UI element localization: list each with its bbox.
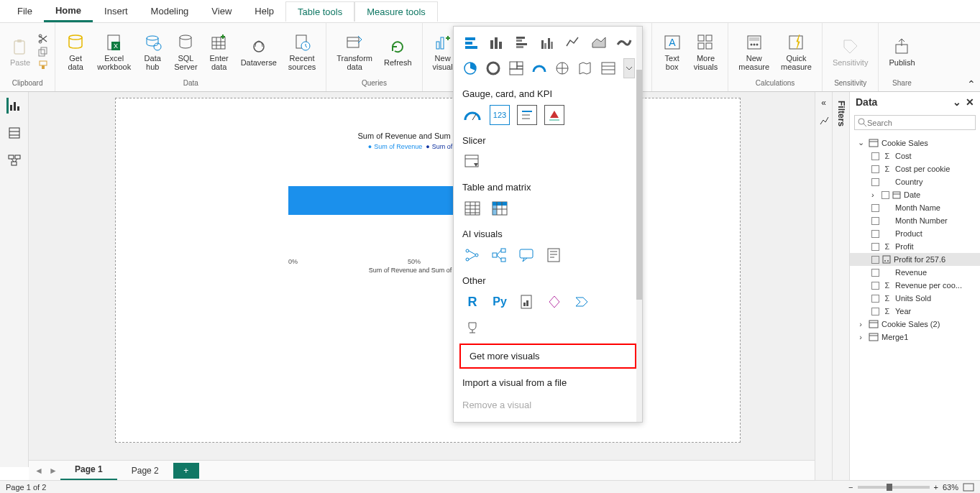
report-canvas[interactable]: Sum of Revenue and Sum of Cost Sum of Re… [29,92,815,467]
power-apps-icon[interactable] [544,292,564,312]
more-visuals-button[interactable]: More visuals [690,31,723,73]
filled-map-icon[interactable] [577,58,593,78]
copy-icon[interactable] [37,47,49,57]
field-country[interactable]: Country [850,175,980,188]
cut-icon[interactable] [37,34,49,44]
area-chart-icon[interactable] [590,32,608,52]
treemap-icon[interactable] [508,58,524,78]
tab-nav-next[interactable]: ► [46,466,60,476]
sensitivity-button[interactable]: Sensitivity [828,35,873,68]
fit-to-page-icon[interactable] [963,483,974,492]
card-icon[interactable]: 123 [490,105,510,125]
matrix-visual-icon[interactable] [490,198,510,218]
get-more-visuals-link[interactable]: Get more visuals [459,344,636,369]
data-pane-chevron-icon[interactable]: ⌄ [953,96,961,108]
tab-nav-prev[interactable]: ◄ [32,466,46,476]
field-cost[interactable]: ΣCost [850,149,980,162]
report-page[interactable]: Sum of Revenue and Sum of Cost Sum of Re… [115,98,741,443]
line-chart-icon[interactable] [564,32,582,52]
tab-modeling[interactable]: Modeling [139,1,201,21]
field-revenue[interactable]: Revenue [850,266,980,279]
python-visual-icon[interactable]: Py [490,292,510,312]
kpi-icon[interactable] [544,105,564,125]
table-cookie-sales-2[interactable]: ›Cookie Sales (2) [850,318,980,331]
get-data-button[interactable]: Get data [61,31,90,73]
tab-help[interactable]: Help [243,1,285,21]
tab-measure-tools[interactable]: Measure tools [354,1,438,22]
build-visual-icon[interactable] [818,115,830,126]
sql-button[interactable]: SQL Server [170,31,201,73]
model-view-icon[interactable] [6,152,22,168]
tab-insert[interactable]: Insert [93,1,139,21]
key-influencers-icon[interactable] [462,245,482,265]
zoom-in-icon[interactable]: + [934,483,938,492]
table-visual-icon[interactable] [462,198,482,218]
clustered-column-icon[interactable] [539,32,557,52]
paginated-report-icon[interactable] [517,292,537,312]
slicer-icon[interactable] [462,152,482,172]
gauge-icon[interactable] [462,105,482,125]
excel-button[interactable]: XExcel workbook [93,31,135,73]
ribbon-chart-icon[interactable] [615,32,633,52]
field-month-name[interactable]: Month Name [850,201,980,214]
new-measure-button[interactable]: New measure [734,31,774,73]
table-cookie-sales[interactable]: ⌄Cookie Sales [850,136,980,149]
import-visual-link[interactable]: Import a visual from a file [454,372,642,394]
gauge-chart-icon[interactable] [531,58,547,78]
multi-row-card-icon[interactable] [517,105,537,125]
field-date[interactable]: ›Date [850,188,980,201]
refresh-button[interactable]: Refresh [380,35,416,68]
zoom-out-icon[interactable]: − [848,483,853,492]
zoom-slider[interactable] [858,486,930,489]
visualizations-pane-collapsed[interactable]: « [815,92,832,480]
field-rev-per-cookie[interactable]: ΣRevenue per coo... [850,279,980,292]
qa-visual-icon[interactable] [517,245,537,265]
table-merge1[interactable]: ›Merge1 [850,331,980,344]
page-tab-2[interactable]: Page 2 [117,461,173,480]
enter-data-button[interactable]: Enter data [205,31,234,73]
gallery-scrollbar[interactable] [636,27,642,422]
transform-data-button[interactable]: Transform data [332,31,377,73]
field-search[interactable] [854,115,976,130]
quick-measure-button[interactable]: Quick measure [777,31,816,73]
gallery-expand-icon[interactable] [623,58,635,78]
dataverse-button[interactable]: Dataverse [237,35,281,68]
field-year[interactable]: ΣYear [850,305,980,318]
data-view-icon[interactable] [6,125,22,141]
format-painter-icon[interactable] [37,60,49,70]
stacked-column-icon[interactable] [487,32,505,52]
field-cost-per-cookie[interactable]: ΣCost per cookie [850,162,980,175]
ribbon-collapse-icon[interactable]: ⌃ [967,78,976,90]
decomposition-tree-icon[interactable] [490,245,510,265]
clustered-bar-icon[interactable] [513,32,531,52]
publish-button[interactable]: Publish [884,35,919,68]
text-box-button[interactable]: AText box [658,31,687,73]
page-tab-1[interactable]: Page 1 [60,460,117,481]
data-pane-close-icon[interactable]: ✕ [966,96,974,108]
map-icon[interactable] [554,58,570,78]
field-profit-for[interactable]: Profit for 257.6 [850,253,980,266]
trophy-icon[interactable] [462,318,482,338]
table-icon-small[interactable] [600,58,616,78]
data-hub-button[interactable]: Data hub [138,31,167,73]
stacked-bar-icon[interactable] [462,32,480,52]
smart-narrative-icon[interactable] [544,245,564,265]
search-input[interactable] [867,119,972,127]
tab-table-tools[interactable]: Table tools [285,1,354,22]
field-units-sold[interactable]: ΣUnits Sold [850,292,980,305]
field-month-number[interactable]: Month Number [850,214,980,227]
r-visual-icon[interactable]: R [462,292,482,312]
pie-chart-icon[interactable] [462,58,478,78]
donut-chart-icon[interactable] [485,58,501,78]
field-product[interactable]: Product [850,227,980,240]
filters-pane-collapsed[interactable]: Filters [832,92,849,480]
paste-button[interactable]: Paste [6,35,35,68]
recent-sources-button[interactable]: Recent sources [284,31,321,73]
expand-viz-pane-icon[interactable]: « [821,98,826,108]
field-profit[interactable]: ΣProfit [850,240,980,253]
add-page-button[interactable]: + [173,463,199,479]
tab-view[interactable]: View [200,1,243,21]
power-automate-icon[interactable] [572,292,592,312]
tab-home[interactable]: Home [44,1,93,22]
tab-file[interactable]: File [6,1,44,21]
